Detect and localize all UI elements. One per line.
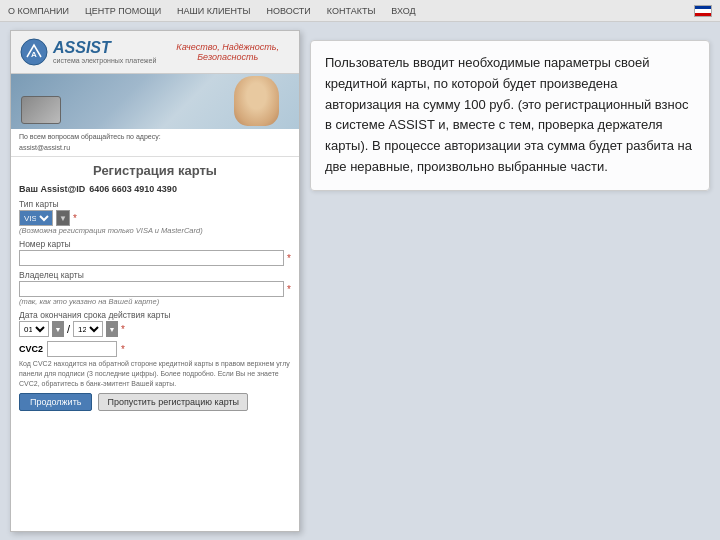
nav-item-news[interactable]: НОВОСТИ bbox=[266, 6, 310, 16]
card-type-field: Тип карты VISA MasterCard ▼ * (Возможна … bbox=[19, 199, 291, 235]
expiry-year-select[interactable]: 12131415 16171819 20 bbox=[73, 321, 103, 337]
cardholder-input-row: * bbox=[19, 281, 291, 297]
form-buttons: Продолжить Пропустить регистрацию карты bbox=[19, 393, 291, 411]
cvc-label: CVC2 bbox=[19, 344, 43, 354]
card-number-required: * bbox=[287, 253, 291, 264]
assist-logo-text: ASSIST bbox=[53, 39, 111, 56]
expiry-year-arrow[interactable]: ▼ bbox=[106, 321, 118, 337]
assist-header: A ASSIST система электронных платежей Ка… bbox=[11, 31, 299, 74]
assist-logo: A ASSIST система электронных платежей bbox=[19, 37, 156, 67]
nav-item-clients[interactable]: НАШИ КЛИЕНТЫ bbox=[177, 6, 250, 16]
language-flag[interactable] bbox=[694, 5, 712, 17]
expiry-label: Дата окончания срока действия карты bbox=[19, 310, 291, 320]
card-type-select[interactable]: VISA MasterCard bbox=[19, 210, 53, 226]
expiry-separator: / bbox=[67, 323, 70, 335]
card-type-input-row: VISA MasterCard ▼ * bbox=[19, 210, 291, 226]
assist-banner-image bbox=[11, 74, 299, 129]
assist-logo-icon: A bbox=[19, 37, 49, 67]
tooltip-box: Пользователь вводит необходимые параметр… bbox=[310, 40, 710, 191]
tooltip-text: Пользователь вводит необходимые параметр… bbox=[325, 55, 692, 174]
cardholder-input[interactable] bbox=[19, 281, 284, 297]
card-image bbox=[21, 96, 61, 124]
cvc-row: CVC2 * bbox=[19, 341, 291, 357]
cvc-input[interactable] bbox=[47, 341, 117, 357]
card-type-arrow[interactable]: ▼ bbox=[56, 210, 70, 226]
assist-id-value: 6406 6603 4910 4390 bbox=[89, 184, 177, 194]
contact-email[interactable]: assist@assist.ru bbox=[19, 143, 291, 154]
contact-line1: По всем вопросам обращайтесь по адресу: bbox=[19, 132, 291, 143]
cardholder-required: * bbox=[287, 284, 291, 295]
card-registration-form: Регистрация карты Ваш Assist@ID 6406 660… bbox=[11, 157, 299, 531]
assist-slogan: Качество, Надёжность, Безопасность bbox=[164, 42, 291, 62]
assist-form-panel: A ASSIST система электронных платежей Ка… bbox=[10, 30, 300, 532]
expiry-field: Дата окончания срока действия карты 0102… bbox=[19, 310, 291, 337]
cvc-note: Код CVC2 находится на обратной стороне к… bbox=[19, 359, 291, 388]
nav-item-company[interactable]: О КОМПАНИИ bbox=[8, 6, 69, 16]
assist-id-row: Ваш Assist@ID 6406 6603 4910 4390 bbox=[19, 184, 291, 194]
cardholder-label: Владелец карты bbox=[19, 270, 291, 280]
svg-text:A: A bbox=[31, 50, 37, 59]
nav-item-contacts[interactable]: КОНТАКТЫ bbox=[327, 6, 376, 16]
top-nav: О КОМПАНИИ ЦЕНТР ПОМОЩИ НАШИ КЛИЕНТЫ НОВ… bbox=[0, 0, 720, 22]
assist-logo-sub: система электронных платежей bbox=[53, 57, 156, 65]
description-panel: Пользователь вводит необходимые параметр… bbox=[310, 30, 710, 532]
assist-logo-text-area: ASSIST система электронных платежей bbox=[53, 39, 156, 65]
card-number-input[interactable] bbox=[19, 250, 284, 266]
form-title: Регистрация карты bbox=[19, 163, 291, 178]
expiry-required: * bbox=[121, 324, 125, 335]
cardholder-note: (так, как это указано на Вашей карте) bbox=[19, 297, 291, 306]
assist-id-label: Ваш Assist@ID bbox=[19, 184, 85, 194]
skip-button[interactable]: Пропустить регистрацию карты bbox=[98, 393, 248, 411]
card-type-label: Тип карты bbox=[19, 199, 291, 209]
card-number-input-row: * bbox=[19, 250, 291, 266]
cvc-required: * bbox=[121, 344, 125, 355]
card-type-required: * bbox=[73, 213, 77, 224]
expiry-month-select[interactable]: 01020304 05060708 09101112 bbox=[19, 321, 49, 337]
expiry-date-row: 01020304 05060708 09101112 ▼ / 12131415 … bbox=[19, 321, 291, 337]
face-image bbox=[234, 76, 279, 126]
nav-item-login[interactable]: ВХОД bbox=[391, 6, 415, 16]
expiry-month-arrow[interactable]: ▼ bbox=[52, 321, 64, 337]
card-number-field: Номер карты * bbox=[19, 239, 291, 266]
card-type-note: (Возможна регистрация только VISA и Mast… bbox=[19, 226, 291, 235]
nav-item-help[interactable]: ЦЕНТР ПОМОЩИ bbox=[85, 6, 161, 16]
card-number-label: Номер карты bbox=[19, 239, 291, 249]
assist-contact: По всем вопросам обращайтесь по адресу: … bbox=[11, 129, 299, 157]
main-area: A ASSIST система электронных платежей Ка… bbox=[0, 22, 720, 540]
continue-button[interactable]: Продолжить bbox=[19, 393, 92, 411]
cardholder-field: Владелец карты * (так, как это указано н… bbox=[19, 270, 291, 306]
